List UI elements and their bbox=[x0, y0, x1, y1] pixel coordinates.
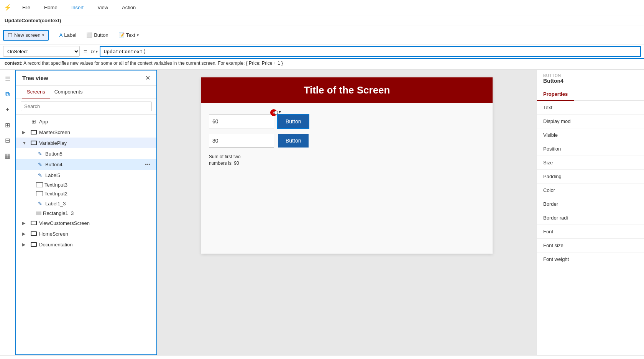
menu-insert[interactable]: Insert bbox=[68, 3, 87, 12]
tab-properties[interactable]: Properties bbox=[537, 88, 574, 101]
properties-panel: BUTTON Button4 Properties Text Display m… bbox=[537, 70, 644, 355]
tree-tabs: Screens Components bbox=[16, 86, 156, 98]
tab-components[interactable]: Components bbox=[50, 86, 87, 98]
tree-item-textinput2[interactable]: TextInput2 bbox=[16, 189, 156, 198]
dropdown-handle[interactable]: ▾ bbox=[279, 109, 281, 115]
button5-icon: ✎ bbox=[36, 150, 44, 157]
props-body: Text Display mod Visible Position Size P… bbox=[537, 101, 644, 355]
button-button[interactable]: ⬜ Button bbox=[82, 30, 113, 40]
close-button[interactable]: ✕ bbox=[145, 74, 150, 82]
props-item-font[interactable]: Font bbox=[537, 225, 644, 239]
main-layout: ☰ ⧉ + ⊞ ⊟ ▦ Tree view ✕ Screens Componen… bbox=[0, 70, 644, 355]
canvas-area: Title of the Screen ✕ ▾ Button bbox=[157, 70, 537, 355]
tree-item-app[interactable]: ⊞ App bbox=[16, 116, 156, 127]
canvas-input-1[interactable] bbox=[209, 115, 274, 128]
text-button[interactable]: 📝 Text ▾ bbox=[114, 30, 143, 40]
menu-view[interactable]: View bbox=[94, 3, 111, 12]
documentation-label: Documentation bbox=[39, 242, 150, 248]
props-item-font-weight[interactable]: Font weight bbox=[537, 252, 644, 266]
props-item-border-radius[interactable]: Border radi bbox=[537, 211, 644, 225]
screen-icon: ☐ bbox=[8, 32, 13, 38]
data-icon: ⊟ bbox=[5, 137, 10, 144]
tooltip-param: context: bbox=[5, 61, 23, 66]
canvas-button-1[interactable]: Button bbox=[278, 115, 309, 128]
sidebar-icons: ☰ ⧉ + ⊞ ⊟ ▦ bbox=[0, 70, 15, 355]
property-select[interactable]: OnSelect bbox=[3, 46, 80, 57]
media-button[interactable]: ▦ bbox=[2, 149, 14, 162]
formula-bar: OnSelect = fx ▾ bbox=[0, 44, 644, 59]
tree-item-homescreen[interactable]: ▶ HomeScreen bbox=[16, 228, 156, 239]
props-item-position[interactable]: Position bbox=[537, 142, 644, 156]
more-button4[interactable]: ••• bbox=[145, 162, 150, 167]
tree-panel: Tree view ✕ Screens Components ⊞ App ▶ M… bbox=[15, 70, 157, 355]
hamburger-button[interactable]: ☰ bbox=[2, 73, 14, 85]
props-item-visible[interactable]: Visible bbox=[537, 128, 644, 142]
viewcustomers-label: ViewCustomersScreen bbox=[39, 220, 150, 226]
viewcustomers-icon bbox=[30, 219, 38, 227]
chevron-documentation: ▶ bbox=[22, 242, 28, 247]
delete-handle[interactable]: ✕ bbox=[270, 109, 277, 116]
tree-item-viewcustomers[interactable]: ▶ ViewCustomersScreen bbox=[16, 218, 156, 228]
tree-item-textinput3[interactable]: TextInput3 bbox=[16, 180, 156, 189]
formula-title-bar: UpdateContext(context) bbox=[0, 15, 644, 26]
button-icon: ⬜ bbox=[86, 32, 92, 38]
label5-label: Label5 bbox=[45, 172, 150, 178]
components-icon: ⊞ bbox=[5, 121, 10, 129]
formula-input[interactable] bbox=[100, 46, 641, 57]
textinput2-icon bbox=[36, 191, 43, 196]
tree-title: Tree view bbox=[22, 75, 48, 81]
props-item-border[interactable]: Border bbox=[537, 197, 644, 211]
data-button[interactable]: ⊟ bbox=[2, 134, 14, 146]
props-element-name: Button4 bbox=[543, 78, 638, 84]
tree-item-button5[interactable]: ✎ Button5 bbox=[16, 148, 156, 159]
search-input[interactable] bbox=[21, 102, 152, 111]
menu-home[interactable]: Home bbox=[41, 3, 61, 12]
tree-body: ⊞ App ▶ MasterScreen ▼ VariablePlay ✎ Bu… bbox=[16, 115, 156, 354]
separator-1 bbox=[52, 30, 52, 41]
menu-file[interactable]: File bbox=[19, 3, 33, 12]
tree-item-rectangle1-3[interactable]: Rectangle1_3 bbox=[16, 209, 156, 218]
chevron-viewcustomers: ▶ bbox=[22, 221, 28, 226]
tab-screens[interactable]: Screens bbox=[22, 86, 50, 98]
chevron-masterscreen: ▶ bbox=[22, 130, 28, 135]
canvas-input-2[interactable] bbox=[209, 134, 274, 148]
label-button[interactable]: A Label bbox=[55, 30, 80, 40]
props-item-size[interactable]: Size bbox=[537, 156, 644, 170]
canvas-button-2[interactable]: Button bbox=[278, 134, 309, 148]
chevron-variableplay: ▼ bbox=[22, 141, 28, 145]
layers-button[interactable]: ⧉ bbox=[2, 88, 14, 100]
homescreen-icon bbox=[30, 230, 38, 238]
props-item-padding[interactable]: Padding bbox=[537, 170, 644, 184]
tree-item-label5[interactable]: ✎ Label5 bbox=[16, 170, 156, 180]
tree-item-variableplay[interactable]: ▼ VariablePlay bbox=[16, 138, 156, 148]
props-item-color[interactable]: Color bbox=[537, 184, 644, 197]
tree-search bbox=[16, 98, 156, 115]
props-tabs: Properties bbox=[537, 88, 644, 101]
masterscreen-label: MasterScreen bbox=[39, 130, 150, 135]
text-chevron-icon: ▾ bbox=[137, 33, 139, 37]
props-item-text[interactable]: Text bbox=[537, 101, 644, 115]
textinput3-icon bbox=[36, 182, 43, 187]
menu-action[interactable]: Action bbox=[119, 3, 139, 12]
equals-sign: = bbox=[82, 48, 89, 55]
props-item-display-mode[interactable]: Display mod bbox=[537, 115, 644, 128]
label-icon: A bbox=[59, 32, 63, 38]
components-button[interactable]: ⊞ bbox=[2, 119, 14, 131]
props-item-font-size[interactable]: Font size bbox=[537, 239, 644, 252]
textinput2-label: TextInput2 bbox=[44, 191, 150, 197]
tree-item-button4[interactable]: ✎ Button4 ••• bbox=[16, 159, 156, 170]
fx-button[interactable]: fx ▾ bbox=[91, 49, 97, 54]
homescreen-label: HomeScreen bbox=[39, 231, 150, 237]
label5-icon: ✎ bbox=[36, 171, 44, 179]
canvas-row-1: ✕ ▾ Button bbox=[209, 115, 485, 128]
tree-item-documentation[interactable]: ▶ Documentation bbox=[16, 239, 156, 250]
add-button[interactable]: + bbox=[2, 103, 14, 116]
tree-item-masterscreen[interactable]: ▶ MasterScreen bbox=[16, 127, 156, 138]
label1-3-icon: ✎ bbox=[36, 200, 44, 207]
app-label: App bbox=[39, 119, 150, 125]
status-bar: VariablePlay › ✎ Button4 ▾ − + 50 % ⤢ bbox=[0, 355, 644, 359]
tree-item-label1-3[interactable]: ✎ Label1_3 bbox=[16, 198, 156, 209]
menu-bar: ⚡ File Home Insert View Action bbox=[0, 0, 644, 15]
rectangle1-3-label: Rectangle1_3 bbox=[43, 210, 150, 216]
new-screen-button[interactable]: ☐ New screen ▾ bbox=[3, 30, 49, 41]
